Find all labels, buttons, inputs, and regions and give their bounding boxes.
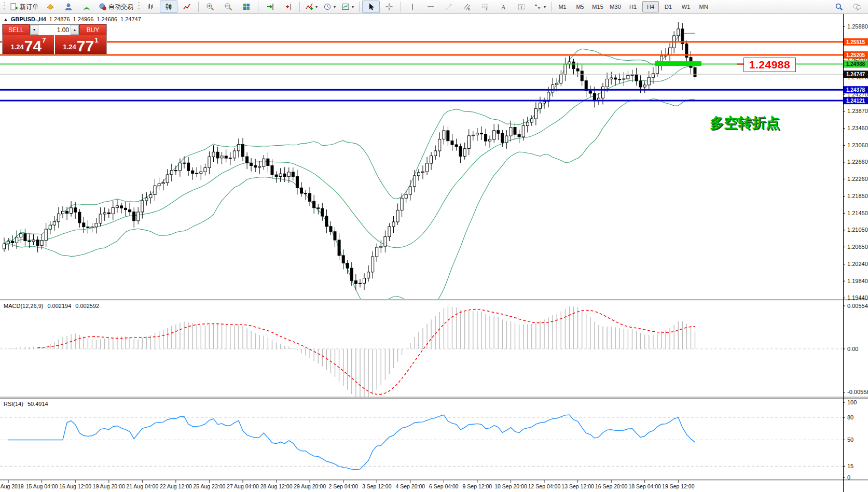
buy-button[interactable]: BUY bbox=[79, 24, 106, 35]
candle bbox=[593, 93, 596, 101]
volume-increase-button[interactable]: ▲ bbox=[71, 25, 79, 35]
candle bbox=[501, 133, 504, 143]
periods-button[interactable]: ▾ bbox=[321, 1, 338, 13]
timeframe-h4-button[interactable]: H4 bbox=[642, 1, 659, 12]
svg-text:T: T bbox=[520, 5, 523, 10]
market-button[interactable] bbox=[42, 1, 59, 13]
price-callout-box[interactable]: 1.24988 bbox=[743, 58, 796, 72]
macd-axis-tick: 0.00 bbox=[847, 346, 858, 352]
community-button[interactable] bbox=[60, 1, 77, 13]
candle bbox=[451, 141, 453, 145]
rsi-axis-tick: 0 bbox=[847, 474, 850, 481]
timeframe-m30-button[interactable]: M30 bbox=[607, 1, 624, 12]
candle bbox=[309, 193, 311, 201]
candle bbox=[183, 163, 186, 163]
signals-button[interactable] bbox=[78, 1, 95, 13]
candle bbox=[313, 201, 315, 208]
tile-windows-button[interactable] bbox=[238, 1, 255, 13]
svg-text:A: A bbox=[501, 4, 506, 11]
chat-button[interactable] bbox=[848, 1, 866, 13]
ohlc-open: 1.24876 bbox=[49, 16, 70, 22]
cursor-tool-button[interactable] bbox=[362, 1, 380, 13]
time-axis-label: 13 Sep 12:00 bbox=[561, 483, 594, 489]
line-chart-button[interactable] bbox=[178, 1, 196, 13]
candle bbox=[643, 85, 646, 87]
autotrading-button[interactable]: 自动交易 bbox=[96, 1, 136, 13]
timeframe-m1-button[interactable]: M1 bbox=[554, 1, 571, 12]
label-tool-button[interactable]: T bbox=[513, 1, 530, 13]
sell-button[interactable]: SELL bbox=[3, 24, 30, 35]
rsi-axis-tick: 15 bbox=[847, 463, 853, 469]
bar-chart-icon bbox=[146, 3, 155, 11]
candle bbox=[145, 198, 148, 201]
turning-point-annotation[interactable]: 多空转折点 bbox=[710, 114, 780, 132]
toolbar-separator bbox=[299, 2, 300, 12]
bar-chart-button[interactable] bbox=[142, 1, 159, 13]
search-button[interactable] bbox=[830, 1, 848, 13]
vertical-line-tool-button[interactable] bbox=[404, 1, 421, 13]
zoom-in-button[interactable] bbox=[201, 1, 219, 13]
candle bbox=[392, 222, 395, 227]
chart-shift-button[interactable] bbox=[279, 1, 297, 13]
market-icon bbox=[46, 3, 54, 11]
volume-decrease-button[interactable]: ▼ bbox=[30, 25, 38, 35]
timeframe-m15-button[interactable]: M15 bbox=[589, 1, 606, 12]
time-axis-label: 2 Sep 04:00 bbox=[328, 483, 358, 489]
zoom-out-button[interactable] bbox=[219, 1, 237, 13]
svg-text:1.24378: 1.24378 bbox=[846, 87, 865, 93]
buy-price-prefix: 1.24 bbox=[63, 43, 76, 51]
candle bbox=[116, 206, 118, 208]
candle bbox=[413, 176, 416, 187]
timeframe-mn-button[interactable]: MN bbox=[695, 1, 712, 12]
zoom-out-icon bbox=[224, 3, 232, 11]
time-axis-label: 29 Aug 20:00 bbox=[294, 483, 326, 489]
chart-canvas[interactable]: 1.258801.254801.250701.246701.242701.238… bbox=[0, 14, 868, 492]
candle bbox=[472, 135, 474, 135]
volume-input[interactable] bbox=[38, 25, 71, 35]
auto-scroll-button[interactable] bbox=[261, 1, 279, 13]
candle bbox=[66, 211, 68, 213]
new-order-button[interactable]: 新订单 bbox=[7, 1, 41, 13]
candlestick-chart-button[interactable] bbox=[160, 1, 177, 13]
crosshair-tool-button[interactable] bbox=[380, 1, 398, 13]
price-tag: 1.24121 bbox=[844, 97, 868, 104]
sell-price[interactable]: 1.24 74 7 bbox=[3, 35, 54, 54]
toolbar-separator bbox=[198, 2, 199, 12]
candle bbox=[300, 188, 303, 193]
fibonacci-tool-button[interactable]: F bbox=[476, 1, 494, 13]
timeframe-w1-button[interactable]: W1 bbox=[678, 1, 694, 12]
svg-text:1.24747: 1.24747 bbox=[846, 72, 865, 77]
horizontal-line-tool-button[interactable] bbox=[422, 1, 439, 13]
candle bbox=[49, 225, 51, 229]
candle bbox=[635, 75, 638, 81]
buy-price[interactable]: 1.24 77 1 bbox=[55, 35, 106, 54]
candle bbox=[229, 158, 231, 159]
candle bbox=[317, 208, 320, 208]
text-tool-button[interactable]: A bbox=[494, 1, 512, 13]
macd-label-line: MACD(12,26,9) 0.002194 0.002592 bbox=[4, 303, 99, 309]
candle bbox=[405, 194, 407, 198]
candle bbox=[212, 152, 215, 157]
timeframe-d1-button[interactable]: D1 bbox=[660, 1, 677, 12]
candle bbox=[363, 278, 366, 284]
price-tag: 1.24988 bbox=[844, 61, 868, 68]
candle bbox=[346, 263, 349, 269]
arrows-tool-button[interactable]: ▾ bbox=[531, 1, 548, 13]
collapse-arrow-icon[interactable]: ▲ bbox=[4, 17, 8, 22]
trendline-tool-button[interactable] bbox=[440, 1, 458, 13]
price-axis-tick: 1.25880 bbox=[847, 23, 868, 30]
candle bbox=[321, 208, 324, 216]
templates-button[interactable]: ▾ bbox=[339, 1, 356, 13]
channel-tool-button[interactable]: E bbox=[458, 1, 476, 13]
candle bbox=[623, 79, 625, 79]
candle bbox=[57, 214, 60, 222]
candle bbox=[564, 64, 567, 75]
timeframe-h1-button[interactable]: H1 bbox=[625, 1, 641, 12]
candle bbox=[647, 77, 650, 85]
candle bbox=[639, 81, 642, 87]
mt4-terminal: 新订单 自动交易 bbox=[0, 0, 868, 492]
indicators-button[interactable]: ▾ bbox=[302, 1, 320, 13]
candle bbox=[62, 211, 64, 214]
timeframe-m5-button[interactable]: M5 bbox=[572, 1, 588, 12]
candle bbox=[263, 159, 265, 166]
